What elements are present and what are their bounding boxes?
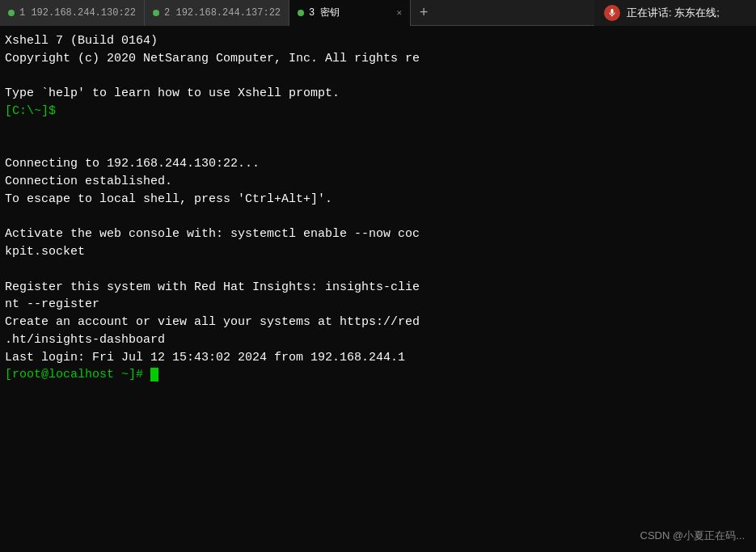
root-prompt: [root@localhost ~]# bbox=[5, 368, 143, 381]
terminal-output: Xshell 7 (Build 0164) Copyright (c) 2020… bbox=[5, 32, 751, 384]
watermark: CSDN @小夏正在码... bbox=[640, 529, 745, 544]
create-account-line: Create an account or view all your syste… bbox=[5, 315, 420, 329]
cursor bbox=[150, 368, 158, 381]
tab-2[interactable]: 2 192.168.244.137:22 bbox=[145, 0, 289, 26]
tab3-dot bbox=[298, 10, 304, 16]
blank1 bbox=[5, 140, 12, 154]
activate-line2: kpit.socket bbox=[5, 245, 85, 259]
connecting-line: Connecting to 192.168.244.130:22... bbox=[5, 157, 260, 171]
tab3-close-button[interactable]: ✕ bbox=[396, 7, 402, 18]
local-prompt: [C:\~]$ bbox=[5, 104, 56, 118]
notification-bar: 正在讲话: 东东在线; bbox=[594, 0, 756, 26]
activate-line1: Activate the web console with: systemctl… bbox=[5, 227, 420, 241]
tab1-dot bbox=[8, 10, 15, 16]
last-login-line: Last login: Fri Jul 12 15:43:02 2024 fro… bbox=[5, 351, 405, 364]
tab-3[interactable]: 3 密钥 ✕ bbox=[289, 0, 411, 26]
connected-line: Connection established. bbox=[5, 175, 172, 188]
tab2-label: 2 192.168.244.137:22 bbox=[164, 7, 281, 19]
escape-line: To escape to local shell, press 'Ctrl+Al… bbox=[5, 192, 332, 206]
tab2-dot bbox=[153, 10, 159, 16]
add-tab-button[interactable]: + bbox=[411, 0, 437, 26]
tab3-label: 3 密钥 bbox=[309, 6, 340, 19]
tab-1[interactable]: 1 192.168.244.130:22 bbox=[0, 0, 145, 26]
terminal[interactable]: Xshell 7 (Build 0164) Copyright (c) 2020… bbox=[0, 26, 756, 552]
insights-dashboard-line: .ht/insights-dashboard bbox=[5, 333, 165, 347]
register-line1: Register this system with Red Hat Insigh… bbox=[5, 280, 420, 294]
mic-icon bbox=[604, 5, 620, 21]
add-tab-icon: + bbox=[420, 5, 429, 21]
tab-bar: 1 192.168.244.130:22 2 192.168.244.137:2… bbox=[0, 0, 756, 26]
tab1-label: 1 192.168.244.130:22 bbox=[19, 7, 136, 19]
notification-text: 正在讲话: 东东在线; bbox=[627, 6, 720, 20]
register-line2: nt --register bbox=[5, 297, 99, 311]
xshell-title: Xshell 7 (Build 0164) bbox=[5, 34, 158, 48]
copyright-line: Copyright (c) 2020 NetSarang Computer, I… bbox=[5, 52, 420, 65]
help-line: Type `help' to learn how to use Xshell p… bbox=[5, 86, 340, 100]
